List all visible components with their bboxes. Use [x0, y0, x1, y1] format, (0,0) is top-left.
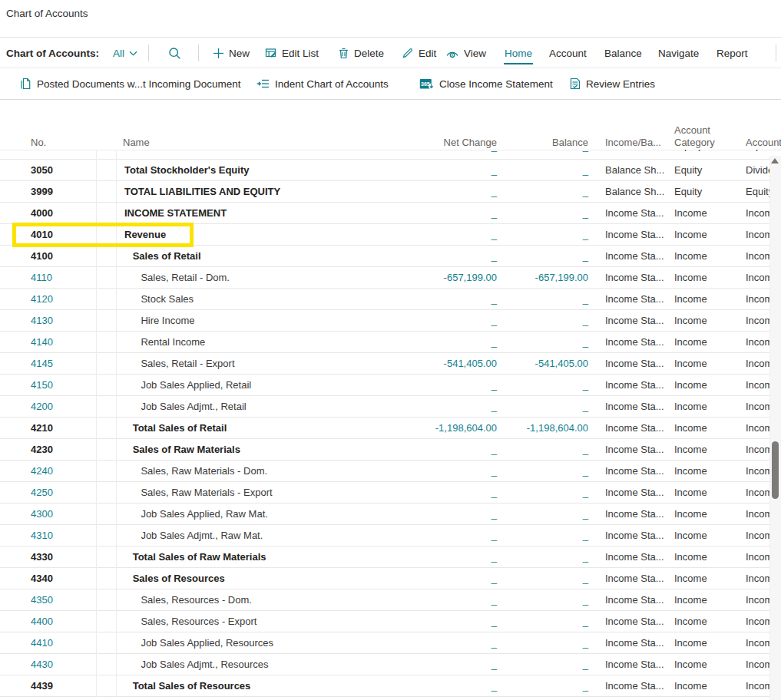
cell-net-change[interactable]: _ — [491, 504, 497, 524]
cell-balance[interactable]: _ — [583, 396, 588, 417]
cell-balance[interactable]: _ — [583, 611, 588, 632]
scrollbar-thumb[interactable] — [772, 441, 779, 499]
cell-no[interactable]: 4150 — [31, 375, 92, 395]
cell-net-change[interactable]: _ — [491, 310, 497, 331]
close-income-statement-button[interactable]: 365 Close Income Statement — [419, 68, 553, 99]
cell-balance[interactable]: _ — [583, 589, 588, 610]
tab-balance[interactable]: Balance — [604, 38, 642, 68]
table-row[interactable]: 4410Job Sales Applied, Resources__Income… — [0, 632, 781, 654]
cell-balance[interactable]: _ — [583, 310, 588, 331]
scrollbar-up-arrow[interactable] — [771, 158, 779, 163]
cell-balance[interactable]: _ — [583, 439, 588, 460]
cell-net-change[interactable]: _ — [491, 181, 497, 202]
cell-balance[interactable]: _ — [583, 181, 588, 202]
cell-net-change[interactable]: _ — [491, 461, 497, 481]
table-row[interactable]: 4210Total Sales of Retail-1,198,604.00-1… — [0, 418, 781, 439]
review-entries-button[interactable]: Review Entries — [570, 68, 655, 99]
cell-net-change[interactable]: _ — [491, 675, 497, 696]
tab-navigate[interactable]: Navigate — [658, 38, 699, 68]
cell-balance[interactable]: _ — [583, 525, 588, 546]
table-row[interactable]: 4130Hire Income__Income Sta...IncomeInco… — [0, 310, 781, 332]
cell-balance[interactable]: _ — [583, 246, 588, 266]
cell-no[interactable]: 4140 — [31, 332, 92, 352]
cell-no[interactable]: 4130 — [31, 310, 92, 331]
cell-balance[interactable]: _ — [583, 546, 588, 567]
cell-net-change[interactable]: -657,199.00 — [444, 267, 497, 288]
cell-net-change[interactable]: -1,198,604.00 — [435, 418, 497, 438]
indent-chart-button[interactable]: Indent Chart of Accounts — [256, 68, 389, 99]
cell-balance[interactable]: _ — [583, 332, 588, 352]
column-header-account-subcategory[interactable]: Account S — [746, 137, 781, 148]
cell-balance[interactable]: _ — [583, 568, 588, 589]
edit-button[interactable]: Edit — [402, 38, 436, 68]
cell-balance[interactable]: -657,199.00 — [535, 267, 588, 288]
cell-no[interactable]: 4200 — [31, 396, 92, 417]
vertical-scrollbar[interactable] — [769, 156, 781, 700]
table-row[interactable]: 4000INCOME STATEMENT__Income Sta...Incom… — [0, 203, 781, 224]
cell-net-change[interactable]: _ — [491, 224, 497, 245]
delete-button[interactable]: Delete — [338, 38, 384, 68]
cell-net-change[interactable]: _ — [491, 568, 497, 589]
table-row[interactable]: 4439Total Sales of Resources__Income Sta… — [0, 675, 781, 697]
cell-balance[interactable]: _ — [583, 160, 588, 180]
new-button[interactable]: New — [213, 38, 250, 68]
cell-net-change[interactable]: _ — [491, 589, 497, 610]
cell-balance[interactable]: _ — [583, 504, 588, 524]
cell-balance[interactable]: _ — [583, 461, 588, 481]
cell-net-change[interactable]: _ — [491, 546, 497, 567]
cell-balance[interactable]: _ — [583, 289, 588, 309]
cell-net-change[interactable]: _ — [491, 289, 497, 309]
cell-net-change[interactable]: _ — [491, 203, 497, 223]
column-header-no[interactable]: No. — [31, 137, 46, 148]
edit-list-button[interactable]: Edit List — [265, 38, 319, 68]
cell-net-change[interactable]: _ — [491, 611, 497, 632]
cell-net-change[interactable]: _ — [491, 482, 497, 503]
cell-no[interactable]: 4250 — [31, 482, 92, 503]
table-row[interactable]: 4340Sales of Resources__Income Sta...Inc… — [0, 568, 781, 589]
cell-no[interactable]: 4410 — [31, 632, 92, 653]
cell-no[interactable]: 4300 — [31, 504, 92, 524]
cell-net-change[interactable]: _ — [491, 246, 497, 266]
cell-net-change[interactable]: _ — [491, 160, 497, 180]
posted-documents-button[interactable]: Posted Documents w...t Incoming Document — [20, 68, 241, 99]
cell-no[interactable]: 4120 — [31, 289, 92, 309]
table-row[interactable]: 4110Sales, Retail - Dom.-657,199.00-657,… — [0, 267, 781, 289]
column-header-name[interactable]: Name — [123, 137, 150, 148]
cell-net-change[interactable]: _ — [491, 439, 497, 460]
table-row[interactable]: 4300Job Sales Applied, Raw Mat.__Income … — [0, 504, 781, 525]
table-row[interactable]: 4350Sales, Resources - Dom.__Income Sta.… — [0, 589, 781, 611]
cell-no[interactable]: 4240 — [31, 461, 92, 481]
cell-net-change[interactable]: _ — [491, 632, 497, 653]
table-row[interactable]: 3050Total Stockholder's Equity__Balance … — [0, 160, 781, 181]
table-row[interactable]: 4140Rental Income__Income Sta...IncomeIn… — [0, 332, 781, 353]
table-row[interactable]: 4200Job Sales Adjmt., Retail__Income Sta… — [0, 396, 781, 418]
cell-net-change[interactable]: _ — [491, 396, 497, 417]
cell-no[interactable]: 4310 — [31, 525, 92, 546]
column-header-income-balance[interactable]: Income/Ba... — [605, 137, 664, 148]
cell-net-change[interactable]: _ — [491, 332, 497, 352]
view-button[interactable]: View — [445, 38, 486, 68]
cell-balance[interactable]: _ — [583, 654, 588, 675]
cell-no[interactable]: 4400 — [31, 611, 92, 632]
table-row[interactable]: 4150Job Sales Applied, Retail__Income St… — [0, 375, 781, 396]
cell-balance[interactable]: -1,198,604.00 — [527, 418, 588, 438]
table-row[interactable]: 4100Sales of Retail__Income Sta...Income… — [0, 246, 781, 267]
search-button[interactable] — [168, 38, 181, 68]
view-filter-dropdown[interactable]: All — [113, 38, 137, 68]
tab-home[interactable]: Home — [505, 38, 532, 68]
table-row[interactable]: 4010Revenue__Income Sta...IncomeIncome — [0, 224, 781, 246]
cell-balance[interactable]: _ — [583, 203, 588, 223]
table-row[interactable]: 4230Sales of Raw Materials__Income Sta..… — [0, 439, 781, 461]
tab-account[interactable]: Account — [549, 38, 587, 68]
table-row[interactable]: 4310Job Sales Adjmt., Raw Mat.__Income S… — [0, 525, 781, 546]
column-header-net-change[interactable]: Net Change — [444, 137, 497, 148]
cell-net-change[interactable]: _ — [491, 375, 497, 395]
table-row[interactable]: 4430Job Sales Adjmt., Resources__Income … — [0, 654, 781, 675]
cell-balance[interactable]: _ — [583, 632, 588, 653]
cell-balance[interactable]: _ — [583, 375, 588, 395]
cell-balance[interactable]: -541,405.00 — [535, 353, 588, 374]
cell-no[interactable]: 4110 — [31, 267, 92, 288]
cell-net-change[interactable]: _ — [491, 525, 497, 546]
cell-balance[interactable]: _ — [583, 224, 588, 245]
cell-net-change[interactable]: -541,405.00 — [444, 353, 497, 374]
